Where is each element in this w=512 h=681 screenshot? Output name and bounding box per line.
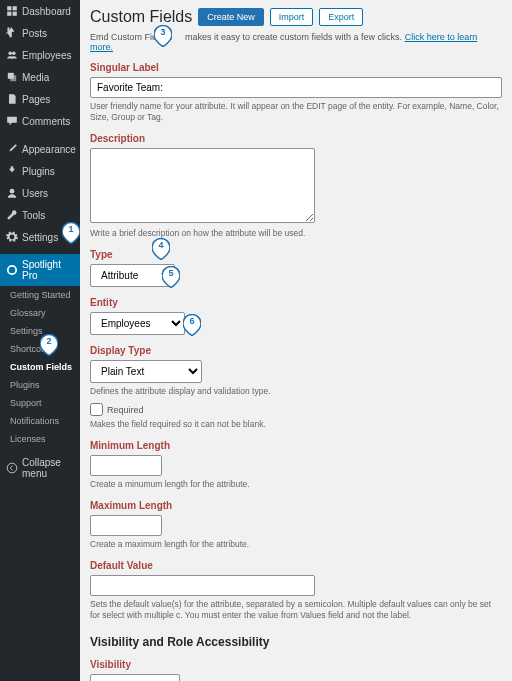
label: Appearance	[22, 144, 76, 155]
import-button[interactable]: Import	[270, 8, 314, 26]
visibility-section-heading: Visibility and Role Accessibility	[90, 635, 502, 649]
tour-marker-3: 3	[154, 25, 172, 47]
sidebar-item-pages[interactable]: Pages	[0, 88, 80, 110]
sidebar-item-comments[interactable]: Comments	[0, 110, 80, 132]
required-help: Makes the field required so it can not b…	[90, 419, 502, 430]
description-label: Description	[90, 133, 502, 144]
intro-text: Emd Custom Field B 3 makes it easy to cr…	[90, 32, 502, 52]
export-button[interactable]: Export	[319, 8, 363, 26]
sidebar-item-employees[interactable]: Employees	[0, 44, 80, 66]
sidebar-item-posts[interactable]: Posts	[0, 22, 80, 44]
description-input[interactable]	[90, 148, 315, 223]
min-length-input[interactable]	[90, 455, 162, 476]
min-length-label: Minimum Length	[90, 440, 502, 451]
sidebar-sub-notifications[interactable]: Notifications	[0, 412, 80, 430]
label: Tools	[22, 210, 45, 221]
display-help: Defines the attribute display and valida…	[90, 386, 502, 397]
label: Users	[22, 188, 48, 199]
default-value-input[interactable]	[90, 575, 315, 596]
entity-label: Entity	[90, 297, 502, 308]
sidebar-sub-custom-fields[interactable]: Custom Fields	[0, 358, 80, 376]
label: Pages	[22, 94, 50, 105]
sidebar-item-media[interactable]: Media	[0, 66, 80, 88]
sidebar-item-settings[interactable]: Settings 1	[0, 226, 80, 248]
required-label: Required	[107, 405, 144, 415]
label: Settings	[22, 232, 58, 243]
max-length-input[interactable]	[90, 515, 162, 536]
label: Comments	[22, 116, 70, 127]
default-help: Sets the default value(s) for the attrib…	[90, 599, 502, 621]
label: Employees	[22, 50, 71, 61]
label: Spotlight Pro	[22, 259, 74, 281]
sidebar-sub-shortcodes[interactable]: Shortcodes 2	[0, 340, 80, 358]
label: Posts	[22, 28, 47, 39]
display-type-label: Display Type	[90, 345, 502, 356]
label: Dashboard	[22, 6, 71, 17]
visibility-select[interactable]: Enable	[90, 674, 180, 681]
label: Media	[22, 72, 49, 83]
display-type-select[interactable]: Plain Text	[90, 360, 202, 383]
max-length-label: Maximum Length	[90, 500, 502, 511]
tour-marker-2: 2	[40, 334, 58, 356]
sidebar-item-dashboard[interactable]: Dashboard	[0, 0, 80, 22]
tour-marker-6: 6	[183, 314, 201, 336]
main-content: Custom Fields Create New Import Export E…	[80, 0, 512, 681]
min-length-help: Create a minumum length for the attribut…	[90, 479, 502, 490]
visibility-label: Visibility	[90, 659, 502, 670]
sidebar-sub-plugins[interactable]: Plugins	[0, 376, 80, 394]
max-length-help: Create a maximum length for the attribut…	[90, 539, 502, 550]
page-title: Custom Fields	[90, 8, 192, 26]
singular-help: User friendly name for your attribute. I…	[90, 101, 502, 123]
sidebar-sub-getting-started[interactable]: Getting Started	[0, 286, 80, 304]
sidebar-sub-glossary[interactable]: Glossary	[0, 304, 80, 322]
admin-sidebar: Dashboard Posts Employees Media Pages Co…	[0, 0, 80, 681]
tour-marker-4: 4	[152, 238, 170, 260]
singular-label-label: Singular Label	[90, 62, 502, 73]
sidebar-collapse[interactable]: Collapse menu	[0, 452, 80, 484]
entity-select[interactable]: Employees	[90, 312, 185, 335]
required-checkbox[interactable]	[90, 403, 103, 416]
sidebar-sub-support[interactable]: Support	[0, 394, 80, 412]
label: Collapse menu	[22, 457, 74, 479]
tour-marker-5: 5	[162, 266, 180, 288]
sidebar-item-users[interactable]: Users	[0, 182, 80, 204]
sidebar-sub-licenses[interactable]: Licenses	[0, 430, 80, 448]
create-new-button[interactable]: Create New	[198, 8, 264, 26]
sidebar-item-appearance[interactable]: Appearance	[0, 138, 80, 160]
singular-label-input[interactable]	[90, 77, 502, 98]
label: Plugins	[22, 166, 55, 177]
tour-marker-1: 1	[62, 222, 80, 244]
sidebar-item-spotlight-pro[interactable]: Spotlight Pro	[0, 254, 80, 286]
sidebar-item-plugins[interactable]: Plugins	[0, 160, 80, 182]
default-value-label: Default Value	[90, 560, 502, 571]
